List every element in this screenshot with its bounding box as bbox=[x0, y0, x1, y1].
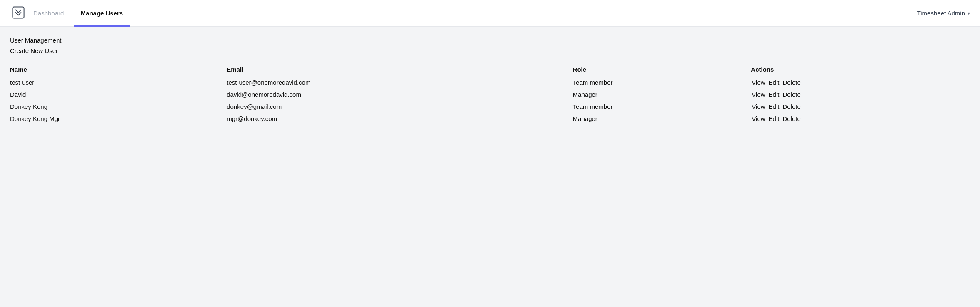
cell-email: david@onemoredavid.com bbox=[227, 88, 572, 101]
cell-actions: View Edit Delete bbox=[751, 101, 970, 113]
col-header-email: Email bbox=[227, 63, 572, 76]
cell-role: Manager bbox=[573, 88, 751, 101]
nav-link-dashboard[interactable]: Dashboard bbox=[27, 0, 70, 27]
nav-link-manage-users[interactable]: Manage Users bbox=[74, 0, 130, 27]
view-button[interactable]: View bbox=[751, 103, 766, 110]
edit-button[interactable]: Edit bbox=[768, 103, 780, 110]
cell-actions: View Edit Delete bbox=[751, 88, 970, 101]
delete-button[interactable]: Delete bbox=[782, 103, 801, 110]
table-row: David david@onemoredavid.com Manager Vie… bbox=[10, 88, 970, 101]
chevron-down-icon: ▾ bbox=[968, 10, 970, 16]
cell-actions: View Edit Delete bbox=[751, 76, 970, 88]
users-table: Name Email Role Actions test-user test-u… bbox=[10, 63, 970, 125]
delete-button[interactable]: Delete bbox=[782, 115, 801, 122]
cell-name: Donkey Kong bbox=[10, 101, 227, 113]
col-header-role: Role bbox=[573, 63, 751, 76]
table-header-row: Name Email Role Actions bbox=[10, 63, 970, 76]
col-header-actions: Actions bbox=[751, 63, 970, 76]
cell-email: donkey@gmail.com bbox=[227, 101, 572, 113]
cell-email: mgr@donkey.com bbox=[227, 113, 572, 125]
col-header-name: Name bbox=[10, 63, 227, 76]
table-row: test-user test-user@onemoredavid.com Tea… bbox=[10, 76, 970, 88]
view-button[interactable]: View bbox=[751, 115, 766, 122]
edit-button[interactable]: Edit bbox=[768, 79, 780, 86]
delete-button[interactable]: Delete bbox=[782, 91, 801, 98]
cell-name: test-user bbox=[10, 76, 227, 88]
user-menu[interactable]: Timesheet Admin ▾ bbox=[917, 10, 970, 17]
table-row: Donkey Kong Mgr mgr@donkey.com Manager V… bbox=[10, 113, 970, 125]
delete-button[interactable]: Delete bbox=[782, 79, 801, 86]
create-new-user-link[interactable]: Create New User bbox=[10, 47, 58, 54]
page-title: User Management bbox=[10, 37, 970, 44]
edit-button[interactable]: Edit bbox=[768, 91, 780, 98]
view-button[interactable]: View bbox=[751, 79, 766, 86]
table-row: Donkey Kong donkey@gmail.com Team member… bbox=[10, 101, 970, 113]
logo[interactable] bbox=[10, 4, 27, 22]
edit-button[interactable]: Edit bbox=[768, 115, 780, 122]
cell-role: Team member bbox=[573, 76, 751, 88]
cell-role: Manager bbox=[573, 113, 751, 125]
cell-name: David bbox=[10, 88, 227, 101]
view-button[interactable]: View bbox=[751, 91, 766, 98]
cell-actions: View Edit Delete bbox=[751, 113, 970, 125]
nav-links: Dashboard Manage Users bbox=[27, 0, 130, 26]
cell-role: Team member bbox=[573, 101, 751, 113]
cell-name: Donkey Kong Mgr bbox=[10, 113, 227, 125]
navbar: Dashboard Manage Users Timesheet Admin ▾ bbox=[0, 0, 980, 27]
cell-email: test-user@onemoredavid.com bbox=[227, 76, 572, 88]
user-menu-label: Timesheet Admin bbox=[917, 10, 965, 17]
page-content: User Management Create New User Name Ema… bbox=[0, 27, 980, 135]
